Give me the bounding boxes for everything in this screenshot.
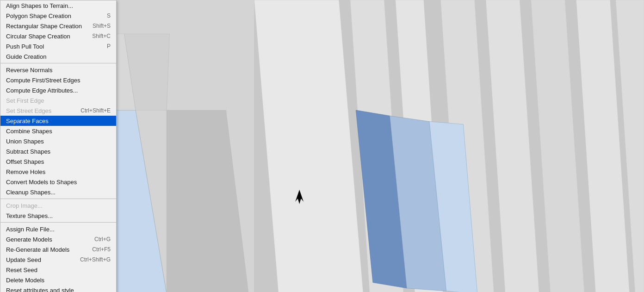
menu-item-reset-seed[interactable]: Reset Seed: [0, 265, 116, 275]
menu-item-label: Crop Image...: [6, 202, 43, 209]
menu-item-generate-models[interactable]: Generate ModelsCtrl+G: [0, 234, 116, 244]
menu-item-reverse-normals[interactable]: Reverse Normals: [0, 65, 116, 75]
menu-item-remove-holes[interactable]: Remove Holes: [0, 167, 116, 177]
menu-item-compute-first-street[interactable]: Compute First/Street Edges: [0, 75, 116, 85]
dropdown-menu: Align Shapes to Terrain...Polygon Shape …: [0, 0, 117, 292]
menu-item-label: Offset Shapes: [6, 158, 44, 165]
menu-item-guide-creation[interactable]: Guide Creation: [0, 51, 116, 62]
menu-item-label: Delete Models: [6, 277, 44, 284]
menu-item-label: Cleanup Shapes...: [6, 189, 56, 196]
menu-item-circular-shape[interactable]: Circular Shape CreationShift+C: [0, 31, 116, 41]
menu-item-label: Set Street Edges: [6, 107, 51, 114]
menu-item-label: Polygon Shape Creation: [6, 12, 71, 19]
menu-item-shortcut: Ctrl+G: [94, 236, 111, 242]
menu-item-delete-models[interactable]: Delete Models: [0, 275, 116, 285]
menu-item-union-shapes[interactable]: Union Shapes: [0, 136, 116, 146]
menu-item-set-street-edges: Set Street EdgesCtrl+Shift+E: [0, 106, 116, 116]
menu-item-shortcut: Shift+S: [93, 23, 111, 29]
menu-item-shortcut: Ctrl+F5: [92, 246, 111, 253]
menu-item-update-seed[interactable]: Update SeedCtrl+Shift+G: [0, 255, 116, 265]
menu-item-label: Combine Shapes: [6, 128, 52, 135]
menu-item-cleanup-shapes[interactable]: Cleanup Shapes...: [0, 187, 116, 197]
menu-separator: [0, 63, 116, 63]
menu-item-label: Union Shapes: [6, 138, 44, 145]
menu-item-label: Circular Shape Creation: [6, 33, 70, 40]
menu-item-label: Texture Shapes...: [6, 212, 53, 219]
menu-item-label: Subtract Shapes: [6, 148, 50, 155]
menu-item-polygon-shape[interactable]: Polygon Shape CreationS: [0, 11, 116, 21]
app-container: Align Shapes to Terrain...Polygon Shape …: [0, 0, 644, 292]
menu-item-label: Compute First/Street Edges: [6, 77, 80, 84]
menu-item-combine-shapes[interactable]: Combine Shapes: [0, 126, 116, 136]
menu-separator: [0, 222, 116, 223]
menu-item-convert-models[interactable]: Convert Models to Shapes: [0, 177, 116, 187]
menu-item-label: Separate Faces: [6, 118, 49, 124]
menu-item-label: Reset attributes and style: [6, 287, 74, 292]
menu-item-regenerate-all[interactable]: Re-Generate all ModelsCtrl+F5: [0, 244, 116, 255]
menu-item-compute-edge-attr[interactable]: Compute Edge Attributes...: [0, 85, 116, 95]
menu-item-offset-shapes[interactable]: Offset Shapes: [0, 156, 116, 167]
menu-item-label: Assign Rule File...: [6, 226, 55, 233]
menu-item-label: Convert Models to Shapes: [6, 179, 77, 186]
menu-item-label: Re-Generate all Models: [6, 246, 69, 253]
menu-item-label: Reverse Normals: [6, 67, 52, 74]
menu-item-label: Compute Edge Attributes...: [6, 87, 78, 94]
menu-item-rectangular-shape[interactable]: Rectangular Shape CreationShift+S: [0, 21, 116, 31]
menu-item-assign-rule-file[interactable]: Assign Rule File...: [0, 224, 116, 234]
menu-item-shortcut: Ctrl+Shift+G: [80, 256, 111, 263]
menu-item-set-first-edge: Set First Edge: [0, 95, 116, 106]
menu-item-label: Reset Seed: [6, 267, 37, 273]
menu-item-label: Rectangular Shape Creation: [6, 23, 82, 30]
menu-item-subtract-shapes[interactable]: Subtract Shapes: [0, 146, 116, 156]
menu-item-label: Push Pull Tool: [6, 43, 44, 50]
menu-item-shortcut: Shift+C: [92, 33, 111, 39]
menu-item-label: Generate Models: [6, 236, 52, 243]
menu-item-label: Align Shapes to Terrain...: [6, 2, 73, 9]
menu-item-align-shapes[interactable]: Align Shapes to Terrain...: [0, 0, 116, 11]
menu-item-shortcut: S: [107, 12, 111, 19]
menu-item-push-pull[interactable]: Push Pull ToolP: [0, 41, 116, 51]
menu-item-reset-attributes[interactable]: Reset attributes and style: [0, 285, 116, 292]
menu-item-separate-faces[interactable]: Separate Faces: [0, 116, 116, 126]
menu-item-label: Update Seed: [6, 256, 41, 263]
menu-item-label: Set First Edge: [6, 97, 44, 104]
menu-item-crop-image: Crop Image...: [0, 200, 116, 211]
menu-item-texture-shapes[interactable]: Texture Shapes...: [0, 211, 116, 221]
menu-item-shortcut: Ctrl+Shift+E: [80, 107, 111, 114]
menu-item-label: Guide Creation: [6, 53, 46, 60]
menu-item-shortcut: P: [107, 43, 111, 50]
menu-item-label: Remove Holes: [6, 168, 45, 175]
menu-separator: [0, 199, 116, 199]
